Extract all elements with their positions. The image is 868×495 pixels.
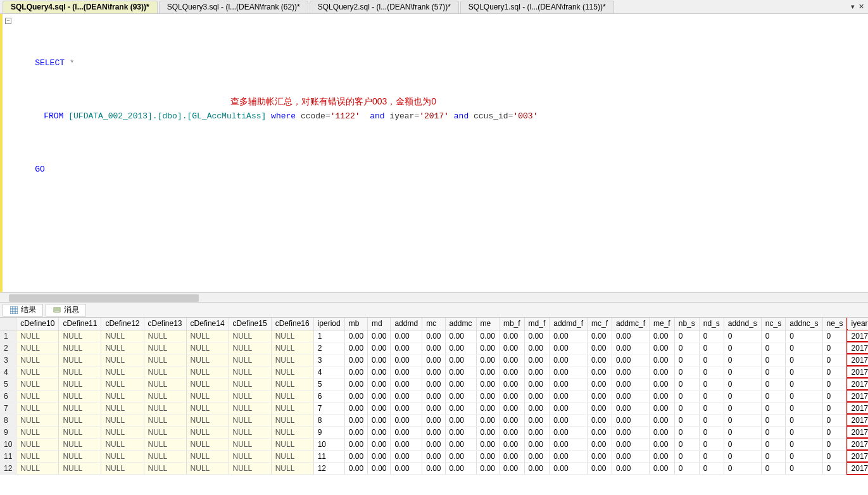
cell-me[interactable]: 0.00	[476, 354, 499, 366]
cell-addmc[interactable]: 0.00	[445, 414, 476, 426]
cell-mb_f[interactable]: 0.00	[499, 462, 524, 474]
document-tab-0[interactable]: SQLQuery4.sql - (l...(DEAN\frank (93))*	[3, 1, 158, 13]
cell-mb_f[interactable]: 0.00	[499, 366, 524, 378]
row-number-header[interactable]	[0, 318, 16, 330]
cell-cDefine15[interactable]: NULL	[229, 402, 271, 414]
cell-me[interactable]: 0.00	[476, 342, 499, 354]
cell-addmd_f[interactable]: 0.00	[550, 330, 588, 342]
cell-me[interactable]: 0.00	[476, 366, 499, 378]
cell-addmc_f[interactable]: 0.00	[612, 390, 649, 402]
cell-md_f[interactable]: 0.00	[524, 462, 550, 474]
cell-cDefine14[interactable]: NULL	[186, 462, 229, 474]
cell-md[interactable]: 0.00	[368, 426, 391, 438]
cell-md[interactable]: 0.00	[368, 330, 391, 342]
cell-nc_s[interactable]: 0	[761, 414, 785, 426]
cell-addnc_s[interactable]: 0	[786, 342, 822, 354]
cell-mc[interactable]: 0.00	[422, 330, 445, 342]
cell-md_f[interactable]: 0.00	[524, 366, 550, 378]
cell-cDefine13[interactable]: NULL	[144, 366, 186, 378]
cell-addnc_s[interactable]: 0	[786, 426, 822, 438]
column-header-cDefine10[interactable]: cDefine10	[16, 318, 59, 330]
cell-addmd[interactable]: 0.00	[391, 450, 422, 462]
cell-addmd[interactable]: 0.00	[391, 390, 422, 402]
cell-me[interactable]: 0.00	[476, 402, 499, 414]
cell-cDefine14[interactable]: NULL	[186, 438, 229, 450]
cell-ne_s[interactable]: 0	[822, 450, 847, 462]
cell-cDefine12[interactable]: NULL	[101, 426, 144, 438]
cell-cDefine10[interactable]: NULL	[16, 426, 59, 438]
cell-me_f[interactable]: 0.00	[650, 342, 675, 354]
cell-cDefine10[interactable]: NULL	[16, 414, 59, 426]
cell-addmd_f[interactable]: 0.00	[550, 414, 588, 426]
cell-addnd_s[interactable]: 0	[724, 366, 761, 378]
cell-md[interactable]: 0.00	[368, 354, 391, 366]
close-icon[interactable]: ✕	[859, 3, 864, 11]
cell-addmd[interactable]: 0.00	[391, 462, 422, 474]
cell-mb_f[interactable]: 0.00	[499, 438, 524, 450]
cell-nb_s[interactable]: 0	[674, 450, 699, 462]
row-number[interactable]: 9	[0, 426, 16, 438]
cell-addmc[interactable]: 0.00	[445, 462, 476, 474]
cell-md[interactable]: 0.00	[368, 402, 391, 414]
cell-me[interactable]: 0.00	[476, 450, 499, 462]
cell-addmd_f[interactable]: 0.00	[550, 426, 588, 438]
cell-mb[interactable]: 0.00	[344, 402, 367, 414]
cell-ne_s[interactable]: 0	[822, 330, 847, 342]
cell-nb_s[interactable]: 0	[674, 462, 699, 474]
table-row[interactable]: 9NULLNULLNULLNULLNULLNULLNULL90.000.000.…	[0, 426, 868, 438]
tab-dropdown-icon[interactable]: ▾	[851, 3, 855, 11]
cell-cDefine16[interactable]: NULL	[271, 462, 313, 474]
cell-addnd_s[interactable]: 0	[724, 426, 761, 438]
collapse-icon[interactable]: −	[5, 18, 11, 24]
cell-nd_s[interactable]: 0	[699, 342, 724, 354]
cell-me_f[interactable]: 0.00	[650, 390, 675, 402]
cell-nc_s[interactable]: 0	[761, 366, 785, 378]
cell-addmc[interactable]: 0.00	[445, 426, 476, 438]
cell-cDefine14[interactable]: NULL	[186, 342, 229, 354]
cell-addmc_f[interactable]: 0.00	[612, 378, 649, 390]
table-row[interactable]: 10NULLNULLNULLNULLNULLNULLNULL100.000.00…	[0, 438, 868, 450]
cell-cDefine12[interactable]: NULL	[101, 342, 144, 354]
cell-me_f[interactable]: 0.00	[650, 366, 675, 378]
cell-cDefine14[interactable]: NULL	[186, 414, 229, 426]
cell-addnc_s[interactable]: 0	[786, 366, 822, 378]
cell-me[interactable]: 0.00	[476, 414, 499, 426]
cell-cDefine13[interactable]: NULL	[144, 342, 186, 354]
row-number[interactable]: 5	[0, 378, 16, 390]
cell-nb_s[interactable]: 0	[674, 354, 699, 366]
column-header-cDefine13[interactable]: cDefine13	[144, 318, 186, 330]
column-header-nb_s[interactable]: nb_s	[674, 318, 699, 330]
cell-cDefine13[interactable]: NULL	[144, 354, 186, 366]
document-tab-3[interactable]: SQLQuery1.sql - (l...(DEAN\frank (115))*	[460, 1, 614, 13]
cell-addmd[interactable]: 0.00	[391, 378, 422, 390]
column-header-mb[interactable]: mb	[344, 318, 367, 330]
cell-cDefine15[interactable]: NULL	[229, 354, 271, 366]
cell-cDefine14[interactable]: NULL	[186, 378, 229, 390]
cell-me_f[interactable]: 0.00	[650, 438, 675, 450]
cell-addmd[interactable]: 0.00	[391, 414, 422, 426]
cell-md_f[interactable]: 0.00	[524, 354, 550, 366]
cell-addmc[interactable]: 0.00	[445, 438, 476, 450]
cell-addmd_f[interactable]: 0.00	[550, 378, 588, 390]
cell-me[interactable]: 0.00	[476, 330, 499, 342]
cell-nc_s[interactable]: 0	[761, 342, 785, 354]
cell-md_f[interactable]: 0.00	[524, 414, 550, 426]
cell-addnd_s[interactable]: 0	[724, 378, 761, 390]
cell-cDefine16[interactable]: NULL	[271, 330, 313, 342]
cell-cDefine16[interactable]: NULL	[271, 378, 313, 390]
editor-horizontal-scrollbar[interactable]	[0, 292, 868, 303]
cell-addmc[interactable]: 0.00	[445, 342, 476, 354]
cell-cDefine12[interactable]: NULL	[101, 366, 144, 378]
cell-nd_s[interactable]: 0	[699, 450, 724, 462]
cell-me_f[interactable]: 0.00	[650, 450, 675, 462]
cell-addnc_s[interactable]: 0	[786, 390, 822, 402]
cell-md_f[interactable]: 0.00	[524, 450, 550, 462]
cell-nd_s[interactable]: 0	[699, 366, 724, 378]
cell-addmd_f[interactable]: 0.00	[550, 402, 588, 414]
cell-iperiod[interactable]: 8	[313, 414, 344, 426]
cell-iperiod[interactable]: 12	[313, 462, 344, 474]
document-tab-2[interactable]: SQLQuery2.sql - (l...(DEAN\frank (57))*	[310, 1, 459, 13]
row-number[interactable]: 3	[0, 354, 16, 366]
cell-iperiod[interactable]: 5	[313, 378, 344, 390]
cell-addmd[interactable]: 0.00	[391, 366, 422, 378]
